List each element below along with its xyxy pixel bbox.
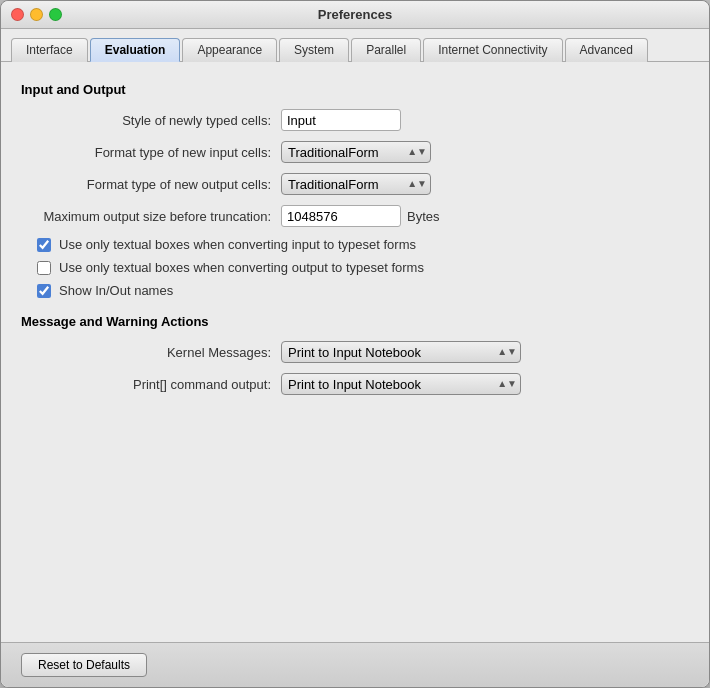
- input-output-section-title: Input and Output: [21, 82, 689, 97]
- checkbox-inout-names-label: Show In/Out names: [59, 283, 173, 298]
- tab-appearance[interactable]: Appearance: [182, 38, 277, 62]
- format-output-select-wrapper: TraditionalForm StandardForm InputForm ▲…: [281, 173, 431, 195]
- format-input-select[interactable]: TraditionalForm StandardForm InputForm: [281, 141, 431, 163]
- checkbox-input-typeset[interactable]: [37, 238, 51, 252]
- tab-evaluation[interactable]: Evaluation: [90, 38, 181, 62]
- title-bar: Preferences: [1, 1, 709, 29]
- checkbox-input-typeset-label: Use only textual boxes when converting i…: [59, 237, 416, 252]
- message-section: Message and Warning Actions Kernel Messa…: [21, 314, 689, 395]
- reset-defaults-button[interactable]: Reset to Defaults: [21, 653, 147, 677]
- message-section-title: Message and Warning Actions: [21, 314, 689, 329]
- format-output-select[interactable]: TraditionalForm StandardForm InputForm: [281, 173, 431, 195]
- close-button[interactable]: [11, 8, 24, 21]
- kernel-messages-label: Kernel Messages:: [21, 345, 281, 360]
- checkbox-inout-names-row: Show In/Out names: [21, 283, 689, 298]
- preferences-window: Preferences Interface Evaluation Appeara…: [0, 0, 710, 688]
- maximize-button[interactable]: [49, 8, 62, 21]
- checkbox-input-typeset-row: Use only textual boxes when converting i…: [21, 237, 689, 252]
- tab-internet-connectivity[interactable]: Internet Connectivity: [423, 38, 562, 62]
- style-label: Style of newly typed cells:: [21, 113, 281, 128]
- kernel-messages-select-wrapper: Print to Input Notebook Print to Message…: [281, 341, 521, 363]
- tab-system[interactable]: System: [279, 38, 349, 62]
- window-title: Preferences: [318, 7, 392, 22]
- format-output-row: Format type of new output cells: Traditi…: [21, 173, 689, 195]
- tab-interface[interactable]: Interface: [11, 38, 88, 62]
- checkbox-output-typeset[interactable]: [37, 261, 51, 275]
- checkbox-output-typeset-row: Use only textual boxes when converting o…: [21, 260, 689, 275]
- tabs-bar: Interface Evaluation Appearance System P…: [1, 29, 709, 62]
- traffic-lights: [11, 8, 62, 21]
- style-input[interactable]: [281, 109, 401, 131]
- format-output-label: Format type of new output cells:: [21, 177, 281, 192]
- main-content: Input and Output Style of newly typed ce…: [1, 62, 709, 642]
- kernel-messages-select[interactable]: Print to Input Notebook Print to Message…: [281, 341, 521, 363]
- format-input-label: Format type of new input cells:: [21, 145, 281, 160]
- print-command-select-wrapper: Print to Input Notebook Print to Message…: [281, 373, 521, 395]
- footer: Reset to Defaults: [1, 642, 709, 687]
- style-row: Style of newly typed cells:: [21, 109, 689, 131]
- checkbox-output-typeset-label: Use only textual boxes when converting o…: [59, 260, 424, 275]
- kernel-messages-row: Kernel Messages: Print to Input Notebook…: [21, 341, 689, 363]
- max-output-row: Maximum output size before truncation: B…: [21, 205, 689, 227]
- max-output-input[interactable]: [281, 205, 401, 227]
- bytes-label: Bytes: [407, 209, 440, 224]
- print-command-row: Print[] command output: Print to Input N…: [21, 373, 689, 395]
- tab-parallel[interactable]: Parallel: [351, 38, 421, 62]
- print-command-select[interactable]: Print to Input Notebook Print to Message…: [281, 373, 521, 395]
- max-output-label: Maximum output size before truncation:: [21, 209, 281, 224]
- print-command-label: Print[] command output:: [21, 377, 281, 392]
- minimize-button[interactable]: [30, 8, 43, 21]
- format-input-row: Format type of new input cells: Traditio…: [21, 141, 689, 163]
- checkbox-inout-names[interactable]: [37, 284, 51, 298]
- tab-advanced[interactable]: Advanced: [565, 38, 648, 62]
- format-input-select-wrapper: TraditionalForm StandardForm InputForm ▲…: [281, 141, 431, 163]
